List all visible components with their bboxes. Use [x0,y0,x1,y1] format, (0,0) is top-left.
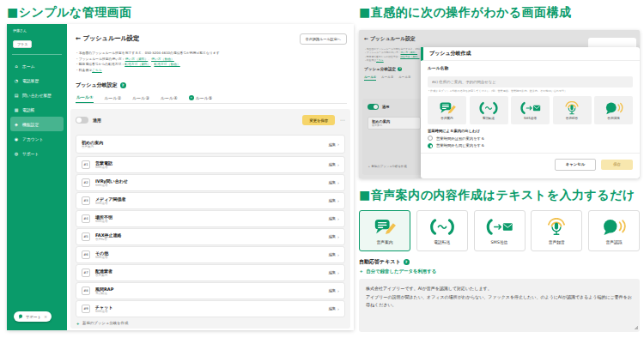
table-row[interactable]: #8 風間RAP電話転送 編集› [76,282,345,299]
save-button[interactable]: 保存 [601,160,633,170]
chevron-right-icon: › [337,216,339,221]
back-arrow-icon[interactable]: ← [76,34,81,42]
help-icon[interactable]: ? [404,259,410,265]
support-chat-chip[interactable]: サポート × [14,311,52,322]
plus-icon: ＋ [76,321,80,326]
edit-link[interactable]: 編集› [329,252,339,257]
phone-to-mail-icon [519,101,542,115]
cancel-button[interactable]: キャンセル [555,159,596,171]
page-title: ← プッシュルール設定 [76,34,139,43]
speech-bubble-pencil-icon [436,101,459,115]
sidebar-item-account[interactable]: ◉ アカウント [10,131,64,146]
type-card-record[interactable]: 音声録音 [553,96,592,124]
admin-screenshot: 伊藤さん プラス ⌂ ホーム ◔ 電話履歴 ▤ 問い合わせ履歴 ▦ 電話帳 ◈ … [7,24,354,330]
notice-line: ・本画面のプッシュルール設定を完了すると、050-3204-4610の電話番号が… [76,51,220,57]
voice-card-sms[interactable]: SMS送信 [474,210,526,251]
table-row[interactable]: #9 チャットSMS送信 編集› [76,300,345,317]
sidebar-item-home[interactable]: ⌂ ホーム [10,58,64,73]
tab-rule-4[interactable]: ルール④ [160,94,179,103]
sidebar-item-support[interactable]: ◍ サポート [10,146,64,160]
left-section-heading: ■シンプルな管理画面 [7,5,132,21]
edit-link[interactable]: 編集› [329,162,339,167]
chevron-right-icon: › [337,162,339,167]
speech-recognition-icon [603,101,625,115]
sidebar-item-label: 問い合わせ履歴 [22,93,52,98]
tab-rule-3[interactable]: ルール③ [131,94,150,103]
right-bottom-section-heading: ■音声案内の内容作成はテキストを入力するだけ [359,188,635,203]
table-row[interactable]: #6 その他SMS送信 編集› [76,246,345,263]
table-row[interactable]: #7 配達業者音声案内 編集› [76,264,345,281]
edit-link[interactable]: 編集› [329,288,339,293]
notice-line: ・既存電話番号からの転送方法：転送方法（資料）、転送方法（動画） [76,62,220,68]
resize-handle-icon[interactable] [634,325,638,329]
edit-link[interactable]: 編集› [329,198,339,203]
sidebar-item-label: サポート [22,151,39,156]
edit-link[interactable]: 編集› [329,270,339,275]
type-card-recognize[interactable]: 音声認識 [594,96,633,124]
voice-rule-settings-button[interactable]: 音声認識ルール設定へ [300,33,347,45]
chevron-right-icon: › [337,270,339,275]
sidebar-item-label: 電話帳 [22,107,34,112]
table-row[interactable]: #5 FAX停止連絡音声録音 編集› [76,228,345,245]
howto-doc-link[interactable]: 使い方（資料） [125,57,149,61]
branch-type-cards: 音声案内 電話転送 SMS送信 音声録音 [428,96,633,124]
document-icon: ▤ [14,93,19,98]
save-changes-button[interactable]: 変更を保存 [302,115,335,125]
table-row[interactable]: #4 場所不明SMS送信 編集› [76,210,345,227]
table-row[interactable]: #1 営業電話SMS送信 編集› [76,156,345,173]
chevron-right-icon: › [337,252,339,257]
edit-link[interactable]: 編集› [329,306,339,311]
edit-link[interactable]: 編集› [329,142,339,147]
tab-rule-1[interactable]: ルール① [76,94,94,103]
more-menu-icon[interactable]: ⋯ [340,118,345,123]
pricing-link[interactable]: こちら [92,68,102,72]
page: ■シンプルな管理画面 伊藤さん プラス ⌂ ホーム ◔ 電話履歴 ▤ 問い合わせ… [0,0,644,350]
rule-name-input[interactable] [428,76,633,88]
type-card-voice-guide[interactable]: 音声案内 [428,96,466,124]
notice-list: ・本画面のプッシュルール設定を完了すると、050-3204-4610の電話番号が… [76,51,220,74]
new-branch-link[interactable]: ＋ 新規のプッシュ分岐を作成 [76,321,345,326]
business-hours-label: 営業時間による案内の出しわけ [428,129,633,133]
sidebar-divider [12,54,62,55]
table-row[interactable]: #3 メディア関係者SMS送信 編集› [76,192,345,209]
edit-link[interactable]: 編集› [329,180,339,185]
sidebar-item-label: 機能設定 [22,122,39,127]
support-chip-label: サポート [26,315,41,319]
radio-option-same[interactable]: 営業時間外も同じ案内をする [428,143,633,148]
use-own-recording-link[interactable]: ＋ 自分で録音したデータを利用する [359,269,436,275]
first-guidance-card[interactable]: 初めの案内 音声案内 編集› [76,135,345,154]
edit-link[interactable]: 編集› [329,216,339,221]
help-icon[interactable]: ? [120,82,126,88]
rule-panel: 適用 変更を保存 ⋯ 初めの案内 音声案内 編集› [70,109,350,329]
sidebar-item-inquiry-history[interactable]: ▤ 問い合わせ履歴 [10,88,64,102]
transfer-doc-link[interactable]: 転送方法（資料） [125,62,150,66]
rule-name-help: ＊作成するプッシュ分岐の名称を設定してください（例：営業電話、営業時間案内、道案… [428,89,633,93]
transfer-video-link[interactable]: 転送方法（動画） [154,62,179,66]
gear-icon: ◈ [14,122,19,127]
tab-rule-2[interactable]: ルール② [103,94,122,103]
close-icon[interactable]: × [44,314,47,319]
howto-video-link[interactable]: 使い方（動画） [151,57,174,61]
table-row[interactable]: #2 IVRy問い合わせSMS送信 編集› [76,174,345,191]
microphone-icon [542,218,571,236]
modal-title: プッシュ分岐作成 [421,47,640,61]
radio-option-different[interactable]: 営業時間外は別の案内をする [428,136,633,141]
tab-rule-5-add[interactable]: ＋ ルール⑤ [188,94,214,103]
add-rule-icon: ＋ [189,95,194,100]
apply-toggle[interactable] [76,117,88,124]
voice-card-record[interactable]: 音声録音 [531,210,582,251]
phonebook-icon: ▦ [14,107,19,112]
chevron-right-icon: › [337,142,339,147]
sidebar-item-feature-settings[interactable]: ◈ 機能設定 [10,117,64,131]
voice-card-voice-guide[interactable]: 音声案内 [359,210,410,251]
voice-card-call-transfer[interactable]: 電話転送 [416,210,468,251]
type-card-call-transfer[interactable]: 電話転送 [470,96,508,124]
voice-card-recognize[interactable]: 音声認識 [588,210,640,251]
auto-response-textarea[interactable]: 株式会社アイブリーです。AIが音声を認識して対応いたします。 アイブリーの説明が… [359,279,640,332]
push-branch-settings-title: プッシュ分岐設定 ? [76,81,126,89]
sidebar-item-phonebook[interactable]: ▦ 電話帳 [10,102,64,117]
sidebar-item-call-history[interactable]: ◔ 電話履歴 [10,73,64,88]
sidebar-item-label: ホーム [22,63,35,69]
edit-link[interactable]: 編集› [329,234,339,239]
type-card-sms[interactable]: SMS送信 [511,96,550,124]
